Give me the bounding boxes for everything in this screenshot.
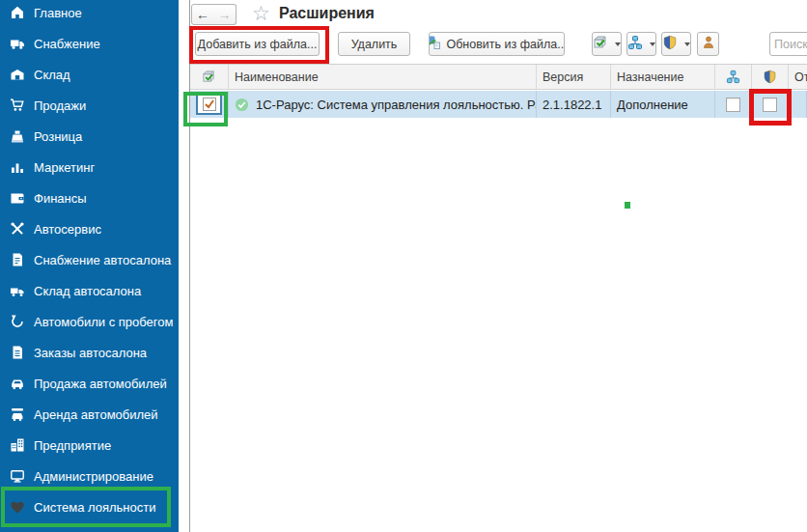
delete-label: Удалить bbox=[351, 38, 398, 51]
column-header-active[interactable] bbox=[190, 65, 229, 89]
add-from-file-button[interactable]: Добавить из файла... bbox=[195, 32, 320, 56]
order-document-icon bbox=[10, 345, 25, 360]
sidebar-item-label: Предприятие bbox=[34, 438, 111, 453]
row-name-cell: 1С-Рарус: Система управления лояльностью… bbox=[229, 91, 537, 118]
row-purpose-cell: Дополнение bbox=[611, 91, 715, 118]
row-last-cell bbox=[789, 91, 807, 118]
shield-icon bbox=[662, 35, 678, 53]
cart-icon bbox=[10, 98, 25, 113]
sidebar-item-marketing[interactable]: Маркетинг bbox=[0, 152, 179, 182]
sidebar-item-label: Финансы bbox=[34, 191, 87, 206]
shield-icon bbox=[763, 70, 777, 84]
dropdown-arrow-icon bbox=[615, 42, 621, 46]
toggle-active-dropdown-button[interactable] bbox=[592, 32, 622, 56]
sidebar-item-main[interactable]: Главное bbox=[0, 0, 179, 28]
sidebar-item-supply[interactable]: Снабжение bbox=[0, 28, 179, 59]
cube-check-icon bbox=[593, 35, 608, 53]
sidebar-item-retail[interactable]: Розница bbox=[0, 121, 179, 152]
back-button[interactable]: ← bbox=[191, 4, 214, 25]
tools-icon bbox=[10, 221, 25, 237]
car-icon bbox=[10, 376, 25, 391]
sidebar: Главное Снабжение Склад Продажи Розница … bbox=[0, 0, 179, 532]
bar-chart-icon bbox=[10, 159, 25, 175]
favorite-star-icon[interactable]: ☆ bbox=[252, 2, 270, 25]
safe-mode-checkbox-unchecked[interactable] bbox=[763, 98, 777, 112]
update-from-file-button[interactable]: Обновить из файла... bbox=[429, 32, 565, 56]
sidebar-item-dealership-orders[interactable]: Заказы автосалона bbox=[0, 337, 179, 368]
delete-button[interactable]: Удалить bbox=[338, 32, 410, 56]
cash-register-icon bbox=[10, 128, 25, 144]
user-button[interactable] bbox=[697, 32, 719, 56]
mileage-arrow-icon bbox=[10, 314, 25, 329]
sidebar-item-car-rental[interactable]: Аренда автомобилей bbox=[0, 399, 179, 430]
sidebar-item-administration[interactable]: Администрирование bbox=[0, 461, 179, 491]
document-icon bbox=[10, 252, 25, 267]
dropdown-arrow-icon bbox=[684, 42, 690, 46]
car-rent-icon bbox=[10, 406, 25, 422]
column-header-label: Наименование bbox=[235, 70, 319, 84]
sidebar-nav-list: Главное Снабжение Склад Продажи Розница … bbox=[0, 0, 179, 522]
table-header: Наименование Версия Назначение От bbox=[190, 64, 807, 90]
sidebar-item-used-cars[interactable]: Автомобили с пробегом bbox=[0, 306, 179, 337]
dropdown-arrow-icon bbox=[650, 42, 655, 46]
sidebar-item-finance[interactable]: Финансы bbox=[0, 182, 179, 213]
sidebar-item-dealership-warehouse[interactable]: Склад автосалона bbox=[0, 275, 179, 306]
sidebar-item-label: Продажи bbox=[34, 98, 86, 113]
column-header-label: От bbox=[794, 70, 807, 84]
sidebar-item-label: Главное bbox=[34, 6, 82, 20]
sidebar-item-dealership-supply[interactable]: Снабжение автосалона bbox=[0, 244, 179, 275]
row-distributed-cell bbox=[715, 91, 752, 118]
sidebar-item-label: Снабжение автосалона bbox=[34, 253, 171, 267]
wallet-icon bbox=[10, 190, 25, 206]
sidebar-item-label: Продажа автомобилей bbox=[34, 377, 167, 391]
sidebar-item-loyalty-system[interactable]: Система лояльности bbox=[0, 491, 179, 522]
column-header-purpose[interactable]: Назначение bbox=[611, 65, 715, 89]
distributed-dropdown-button[interactable] bbox=[626, 32, 656, 56]
warehouse-icon bbox=[10, 67, 25, 82]
back-arrow-icon: ← bbox=[196, 7, 209, 22]
status-ok-icon bbox=[235, 98, 249, 112]
sidebar-item-label: Заказы автосалона bbox=[34, 346, 147, 360]
column-header-last[interactable]: От bbox=[789, 65, 807, 89]
sidebar-item-label: Склад bbox=[34, 68, 70, 82]
sidebar-item-label: Система лояльности bbox=[34, 500, 155, 515]
sidebar-item-label: Снабжение bbox=[34, 37, 100, 51]
sidebar-item-sales[interactable]: Продажи bbox=[0, 90, 179, 121]
monitor-icon bbox=[10, 468, 25, 484]
focused-cell bbox=[196, 94, 222, 115]
car-warehouse-icon bbox=[10, 283, 25, 298]
sidebar-item-car-sales[interactable]: Продажа автомобилей bbox=[0, 368, 179, 399]
page-title: Расширения bbox=[279, 5, 375, 22]
distributed-checkbox-unchecked[interactable] bbox=[726, 98, 740, 112]
sidebar-item-label: Автосервис bbox=[34, 222, 101, 237]
sidebar-item-autoservice[interactable]: Автосервис bbox=[0, 213, 179, 244]
row-safe-mode-cell bbox=[752, 91, 789, 118]
row-version-cell: 2.1.1822.1 bbox=[537, 91, 611, 118]
active-checkbox-checked[interactable] bbox=[203, 98, 216, 111]
building-icon bbox=[10, 437, 25, 453]
extension-name: 1С-Рарус: Система управления лояльностью… bbox=[256, 98, 537, 112]
sidebar-item-warehouse[interactable]: Склад bbox=[0, 59, 179, 90]
update-from-file-icon bbox=[429, 35, 441, 53]
column-header-version[interactable]: Версия bbox=[537, 65, 611, 89]
sidebar-item-label: Розница bbox=[34, 129, 82, 144]
truck-icon bbox=[10, 36, 25, 51]
sidebar-item-label: Автомобили с пробегом bbox=[34, 315, 173, 329]
app-window: Главное Снабжение Склад Продажи Розница … bbox=[0, 0, 807, 532]
search-input[interactable] bbox=[769, 32, 807, 56]
update-from-file-label: Обновить из файла... bbox=[446, 38, 565, 51]
column-header-name[interactable]: Наименование bbox=[229, 65, 537, 89]
home-icon bbox=[10, 5, 25, 20]
column-header-safe-mode[interactable] bbox=[752, 65, 789, 89]
sidebar-item-enterprise[interactable]: Предприятие bbox=[0, 430, 179, 461]
safe-mode-dropdown-button[interactable] bbox=[661, 32, 691, 56]
column-header-distributed[interactable] bbox=[715, 65, 752, 89]
network-icon bbox=[627, 35, 643, 53]
forward-button[interactable]: → bbox=[213, 4, 237, 25]
sidebar-item-label: Аренда автомобилей bbox=[34, 407, 158, 422]
sidebar-item-label: Маркетинг bbox=[34, 160, 95, 175]
annotation-green-dot bbox=[625, 202, 630, 209]
sidebar-item-label: Склад автосалона bbox=[34, 284, 141, 298]
column-header-label: Назначение bbox=[617, 70, 683, 84]
table-row[interactable]: 1С-Рарус: Система управления лояльностью… bbox=[190, 91, 807, 118]
